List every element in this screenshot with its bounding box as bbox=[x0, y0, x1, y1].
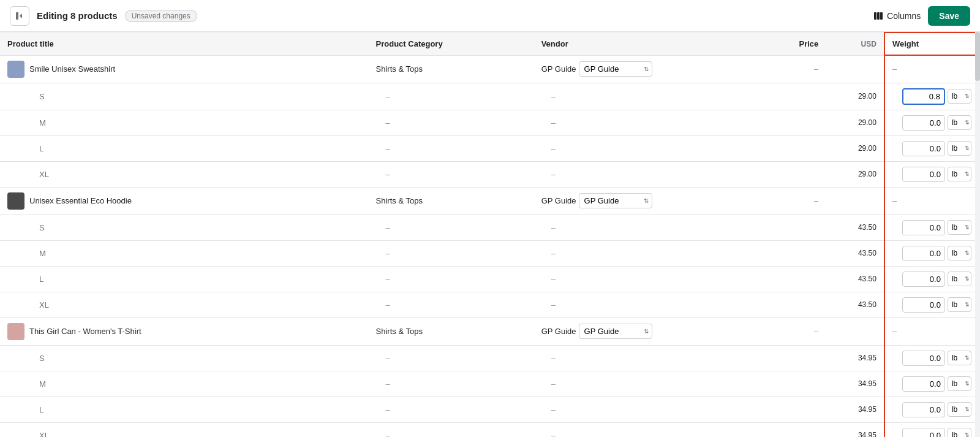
weight-input[interactable] bbox=[902, 141, 945, 156]
weight-input-wrapper: lb kg oz g bbox=[902, 141, 971, 156]
col-header-category: Product Category bbox=[369, 32, 534, 55]
weight-input[interactable] bbox=[902, 115, 945, 131]
weight-unit-wrapper[interactable]: lb kg oz g bbox=[948, 167, 971, 181]
variant-weight-cell: lb kg oz g bbox=[884, 371, 979, 397]
table-row: L – – 34.95 lb kg oz bbox=[0, 397, 979, 422]
weight-unit-wrapper[interactable]: lb kg oz g bbox=[948, 246, 971, 260]
weight-unit-select[interactable]: lb kg oz g bbox=[948, 351, 971, 365]
product-name-cell: This Girl Can - Women's T-Shirt bbox=[0, 317, 369, 345]
variant-price-value: 34.95 bbox=[858, 379, 876, 388]
weight-unit-wrapper[interactable]: lb kg oz g bbox=[948, 115, 971, 130]
vendor-select[interactable]: GP Guide bbox=[579, 193, 652, 208]
variant-weight-cell: lb kg oz g bbox=[884, 110, 979, 135]
table-row: S – – 43.50 lb kg oz bbox=[0, 215, 979, 240]
product-price-cell: – bbox=[748, 55, 826, 83]
variant-vendor-cell: – bbox=[534, 240, 748, 266]
weight-input[interactable] bbox=[902, 351, 945, 366]
columns-button[interactable]: Columns bbox=[873, 11, 921, 21]
weight-unit-select[interactable]: lb kg oz g bbox=[948, 376, 971, 391]
weight-unit-wrapper[interactable]: lb kg oz g bbox=[948, 376, 971, 391]
variant-size-cell: S bbox=[0, 345, 369, 371]
product-category-cell: Shirts & Tops bbox=[369, 55, 534, 83]
col-header-price: Price bbox=[748, 32, 826, 55]
variant-vendor-cell: – bbox=[534, 161, 748, 187]
product-usd-cell bbox=[826, 55, 884, 83]
weight-unit-select[interactable]: lb kg oz g bbox=[948, 141, 971, 156]
variant-vendor-dash: – bbox=[551, 118, 556, 127]
product-table: Product title Product Category Vendor Pr… bbox=[0, 32, 980, 437]
variant-category-cell: – bbox=[369, 83, 534, 110]
weight-unit-select[interactable]: lb kg oz g bbox=[948, 402, 971, 417]
product-weight-dash: – bbox=[892, 327, 897, 336]
variant-size-cell: M bbox=[0, 110, 369, 135]
variant-size-cell: M bbox=[0, 240, 369, 266]
weight-unit-select[interactable]: lb kg oz g bbox=[948, 272, 971, 286]
variant-size-cell: S bbox=[0, 215, 369, 240]
weight-unit-select[interactable]: lb kg oz g bbox=[948, 167, 971, 181]
weight-input-wrapper: lb kg oz g bbox=[902, 376, 971, 392]
variant-usd-cell: 29.00 bbox=[826, 83, 884, 110]
weight-input[interactable] bbox=[902, 246, 945, 261]
variant-vendor-dash: – bbox=[551, 379, 556, 389]
weight-input[interactable] bbox=[902, 88, 945, 105]
weight-input-wrapper: lb kg oz g bbox=[902, 167, 971, 182]
table-row: XL – – 34.95 lb kg oz bbox=[0, 422, 979, 437]
vendor-select[interactable]: GP Guide bbox=[579, 61, 652, 77]
table-row: L – – 43.50 lb kg oz bbox=[0, 266, 979, 292]
table-row: Unisex Essential Eco Hoodie Shirts & Top… bbox=[0, 187, 979, 215]
product-price-dash: – bbox=[814, 327, 818, 336]
product-thumbnail bbox=[7, 61, 24, 78]
header: Editing 8 products Unsaved changes Colum… bbox=[0, 0, 980, 32]
weight-unit-select[interactable]: lb kg oz g bbox=[948, 89, 971, 104]
weight-unit-select[interactable]: lb kg oz g bbox=[948, 115, 971, 130]
variant-usd-cell: 43.50 bbox=[826, 266, 884, 292]
variant-weight-cell: lb kg oz g bbox=[884, 422, 979, 437]
weight-unit-select[interactable]: lb kg oz g bbox=[948, 297, 971, 312]
variant-category-dash: – bbox=[386, 379, 390, 389]
weight-input[interactable] bbox=[902, 220, 945, 235]
product-price-dash: – bbox=[814, 64, 818, 74]
vendor-select[interactable]: GP Guide bbox=[579, 324, 652, 339]
variant-size: S bbox=[20, 92, 45, 101]
vendor-select-wrapper[interactable]: GP Guide bbox=[579, 61, 652, 77]
weight-unit-select[interactable]: lb kg oz g bbox=[948, 246, 971, 260]
product-thumbnail bbox=[7, 192, 24, 210]
variant-vendor-cell: – bbox=[534, 83, 748, 110]
weight-unit-wrapper[interactable]: lb kg oz g bbox=[948, 402, 971, 417]
weight-input[interactable] bbox=[902, 402, 945, 417]
weight-unit-select[interactable]: lb kg oz g bbox=[948, 220, 971, 235]
variant-category-dash: – bbox=[386, 300, 390, 310]
variant-price-cell bbox=[748, 110, 826, 135]
weight-unit-wrapper[interactable]: lb kg oz g bbox=[948, 428, 971, 437]
weight-unit-select[interactable]: lb kg oz g bbox=[948, 428, 971, 437]
weight-input[interactable] bbox=[902, 297, 945, 313]
weight-unit-wrapper[interactable]: lb kg oz g bbox=[948, 272, 971, 286]
weight-input-wrapper: lb kg oz g bbox=[902, 428, 971, 438]
variant-category-dash: – bbox=[386, 144, 390, 153]
vendor-select-wrapper[interactable]: GP Guide bbox=[579, 324, 652, 339]
variant-price-value: 29.00 bbox=[858, 170, 876, 178]
vendor-select-wrapper[interactable]: GP Guide bbox=[579, 193, 652, 208]
weight-input[interactable] bbox=[902, 167, 945, 182]
variant-vendor-dash: – bbox=[551, 405, 556, 414]
weight-unit-wrapper[interactable]: lb kg oz g bbox=[948, 351, 971, 365]
weight-unit-wrapper[interactable]: lb kg oz g bbox=[948, 141, 971, 156]
scrollbar-track[interactable] bbox=[975, 32, 980, 437]
product-category: Shirts & Tops bbox=[376, 327, 423, 336]
weight-input[interactable] bbox=[902, 428, 945, 438]
table-row: M – – 34.95 lb kg oz bbox=[0, 371, 979, 397]
variant-vendor-dash: – bbox=[551, 223, 556, 232]
weight-input[interactable] bbox=[902, 376, 945, 392]
back-button[interactable] bbox=[10, 6, 29, 26]
variant-weight-cell: lb kg oz g bbox=[884, 266, 979, 292]
variant-price-cell bbox=[748, 371, 826, 397]
weight-input[interactable] bbox=[902, 272, 945, 287]
scrollbar-thumb[interactable] bbox=[975, 32, 980, 81]
save-button[interactable]: Save bbox=[928, 6, 970, 26]
weight-unit-wrapper[interactable]: lb kg oz g bbox=[948, 89, 971, 104]
columns-label: Columns bbox=[887, 11, 921, 21]
weight-unit-wrapper[interactable]: lb kg oz g bbox=[948, 220, 971, 235]
product-thumbnail bbox=[7, 323, 24, 340]
weight-unit-wrapper[interactable]: lb kg oz g bbox=[948, 297, 971, 312]
variant-price-value: 29.00 bbox=[858, 118, 876, 127]
